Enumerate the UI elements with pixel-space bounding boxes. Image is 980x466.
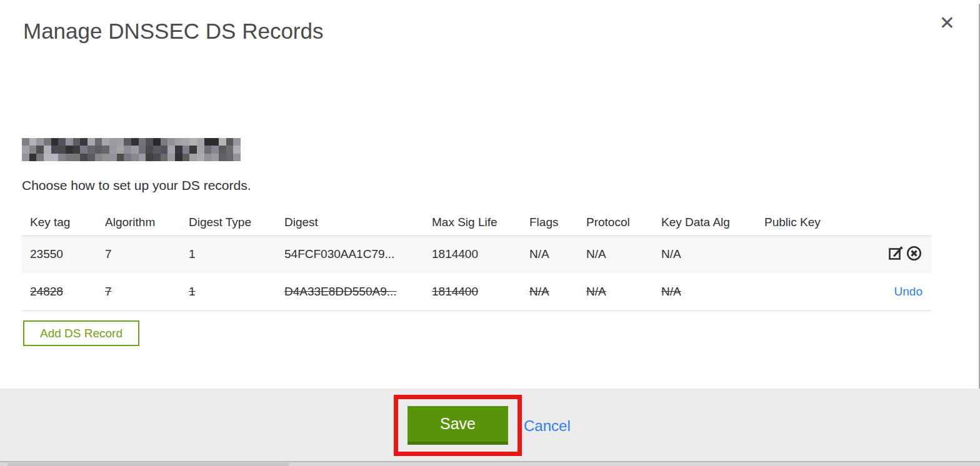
cell-algorithm: 7 [97, 273, 181, 310]
col-flags: Flags [521, 209, 578, 235]
add-ds-record-button[interactable]: Add DS Record [23, 320, 139, 346]
table-header-row: Key tag Algorithm Digest Type Digest Max… [22, 209, 931, 235]
cell-public-key [756, 235, 850, 273]
annotation-highlight-box: Save [394, 395, 522, 456]
cell-protocol: N/A [578, 273, 653, 310]
cell-key-tag: 23550 [22, 235, 97, 273]
table-row: 24828 7 1 D4A33E8DD550A9... 1814400 N/A … [22, 273, 931, 310]
page-title: Manage DNSSEC DS Records [23, 19, 323, 44]
cell-public-key [756, 273, 850, 310]
cell-key-data-alg: N/A [653, 235, 756, 273]
col-key-tag: Key tag [22, 209, 97, 235]
delete-icon[interactable] [906, 244, 922, 261]
cell-digest: 54FCF030AA1C79... [276, 235, 424, 273]
col-actions [850, 209, 931, 235]
cell-key-tag: 24828 [22, 273, 97, 310]
cell-flags: N/A [521, 273, 578, 310]
col-protocol: Protocol [578, 209, 653, 235]
cell-digest: D4A33E8DD550A9... [276, 273, 424, 310]
col-digest-type: Digest Type [181, 209, 276, 235]
cell-max-sig-life: 1814400 [424, 235, 521, 273]
page-behind-modal [0, 461, 980, 466]
instruction-text: Choose how to set up your DS records. [22, 178, 251, 193]
cell-actions [850, 235, 931, 273]
col-algorithm: Algorithm [97, 209, 181, 235]
col-public-key: Public Key [756, 209, 850, 235]
cell-algorithm: 7 [97, 235, 181, 273]
cell-digest-type: 1 [181, 235, 276, 273]
cell-actions: Undo [850, 273, 931, 310]
cancel-link[interactable]: Cancel [524, 417, 571, 435]
table-row: 23550 7 1 54FCF030AA1C79... 1814400 N/A … [22, 235, 931, 273]
save-button[interactable]: Save [408, 406, 508, 445]
background-content-fragment [8, 463, 289, 466]
cell-flags: N/A [521, 235, 578, 273]
col-key-data-alg: Key Data Alg [653, 209, 756, 235]
ds-records-table: Key tag Algorithm Digest Type Digest Max… [22, 209, 931, 311]
redacted-domain-name [22, 138, 241, 161]
cell-key-data-alg: N/A [653, 273, 756, 310]
cell-max-sig-life: 1814400 [424, 273, 521, 310]
col-digest: Digest [276, 209, 424, 235]
cell-protocol: N/A [578, 235, 653, 273]
undo-link[interactable]: Undo [894, 285, 922, 298]
cell-digest-type: 1 [181, 273, 276, 310]
col-max-sig-life: Max Sig Life [424, 209, 521, 235]
close-icon[interactable]: ✕ [939, 14, 955, 32]
edit-icon[interactable] [888, 244, 904, 261]
modal-footer: Save Cancel [0, 389, 980, 461]
